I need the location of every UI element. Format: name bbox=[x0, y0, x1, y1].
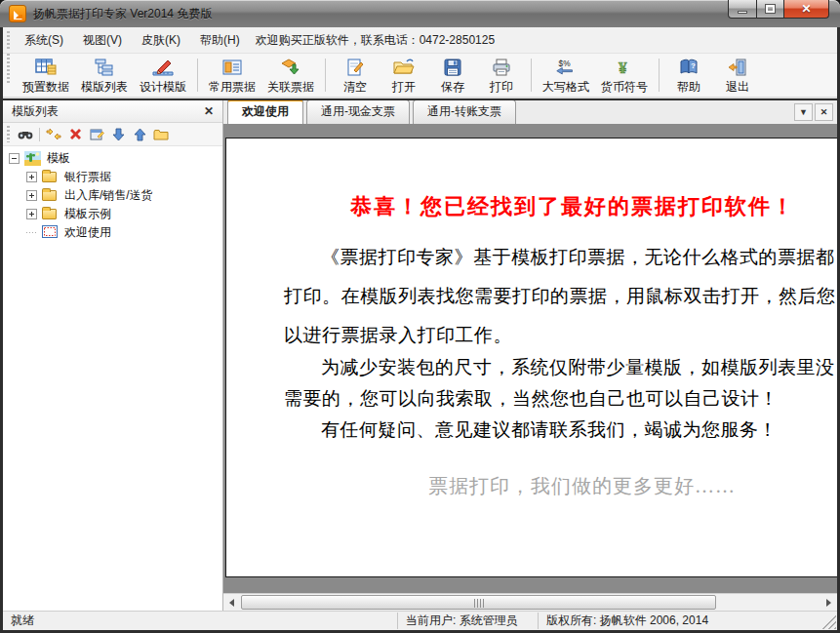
menu-system[interactable]: 系统(S) bbox=[15, 28, 73, 53]
minimize-button[interactable] bbox=[728, 0, 757, 19]
menu-help[interactable]: 帮助(H) bbox=[190, 28, 250, 53]
svg-text:¥: ¥ bbox=[619, 59, 627, 77]
toolbar-button-label: 设计模版 bbox=[140, 79, 186, 96]
add-icon[interactable] bbox=[44, 126, 63, 143]
new-folder-icon[interactable] bbox=[151, 126, 171, 143]
help-button[interactable]: ? 帮助 bbox=[664, 54, 713, 97]
template-doc-icon bbox=[42, 225, 59, 240]
tree-connector bbox=[26, 223, 42, 242]
expand-icon[interactable] bbox=[26, 172, 37, 182]
maximize-button[interactable] bbox=[757, 0, 784, 19]
menu-skin[interactable]: 皮肤(K) bbox=[132, 28, 190, 53]
tree-root-label[interactable]: 模板 bbox=[45, 150, 72, 167]
welcome-text-line: 有任何疑问、意见建议都请联系我们，竭诚为您服务！ bbox=[321, 417, 778, 443]
promo-text: 欢迎购买正版软件，联系电话：0472-2850125 bbox=[250, 32, 495, 49]
scroll-left-icon[interactable] bbox=[223, 595, 240, 611]
move-down-icon[interactable] bbox=[108, 126, 128, 143]
menubar-grip-handle[interactable] bbox=[6, 31, 11, 49]
toolbar-button-label: 打开 bbox=[392, 79, 416, 96]
menu-view[interactable]: 视图(V) bbox=[73, 28, 132, 53]
app-logo-icon bbox=[9, 5, 26, 22]
status-current-user: 当前用户: 系统管理员 bbox=[397, 613, 538, 629]
tab-bar: 欢迎使用 通用-现金支票 通用-转账支票 ▼ ✕ bbox=[223, 100, 837, 124]
tab-close-icon[interactable]: ✕ bbox=[815, 103, 833, 121]
content-area: 欢迎使用 通用-现金支票 通用-转账支票 ▼ ✕ 恭喜！您已经找到了最好的票据打… bbox=[223, 100, 837, 611]
welcome-text-line: 以进行票据录入打印工作。 bbox=[284, 323, 512, 348]
status-ready: 就绪 bbox=[3, 613, 397, 629]
clear-button[interactable]: 清空 bbox=[331, 54, 380, 97]
status-bar: 就绪 当前用户: 系统管理员 版权所有: 扬帆软件 2006, 2014 bbox=[3, 611, 837, 630]
toolbar-separator bbox=[325, 59, 326, 92]
welcome-page: 恭喜！您已经找到了最好的票据打印软件！ 《票据打印专家》基于模板打印票据，无论什… bbox=[225, 138, 837, 577]
linked-bills-button[interactable]: 关联票据 bbox=[261, 54, 320, 97]
document-workspace: 恭喜！您已经找到了最好的票据打印软件！ 《票据打印专家》基于模板打印票据，无论什… bbox=[223, 124, 837, 593]
main-toolbar: 预置数据 模版列表 bbox=[3, 54, 837, 99]
title-bar: 扬帆票据打印专家 Ver2014 免费版 ✕ bbox=[0, 0, 840, 27]
welcome-text-line: 为减少安装包的尺寸，系统仅附带少量模版，如模版列表里没 bbox=[321, 355, 835, 380]
linked-bills-icon bbox=[279, 57, 302, 78]
properties-icon[interactable] bbox=[87, 126, 106, 143]
print-icon bbox=[490, 57, 513, 78]
welcome-tagline: 票据打印，我们做的更多更好…… bbox=[428, 473, 736, 499]
open-button[interactable]: 打开 bbox=[380, 54, 428, 97]
tree-item-warehouse-sales[interactable]: 出入库/销售/送货 bbox=[9, 186, 222, 205]
tab-cash-check[interactable]: 通用-现金支票 bbox=[306, 100, 410, 124]
template-list-button[interactable]: 模版列表 bbox=[75, 54, 134, 97]
panel-toolbar-separator bbox=[39, 128, 40, 141]
close-icon: ✕ bbox=[801, 2, 811, 16]
close-button[interactable]: ✕ bbox=[784, 0, 829, 19]
toolbar-button-label: 帮助 bbox=[677, 79, 700, 96]
tree-item-bank-bills[interactable]: 银行票据 bbox=[9, 168, 222, 186]
toolbar-grip-handle[interactable] bbox=[6, 54, 11, 84]
design-template-button[interactable]: 设计模版 bbox=[134, 54, 192, 97]
exit-icon bbox=[726, 57, 749, 78]
design-template-icon bbox=[151, 57, 175, 78]
preset-data-button[interactable]: 预置数据 bbox=[17, 54, 75, 97]
toolbar-button-label: 清空 bbox=[343, 79, 367, 96]
folder-icon bbox=[42, 207, 59, 221]
panel-toolbar bbox=[3, 123, 222, 146]
collapse-icon[interactable] bbox=[9, 153, 20, 164]
resize-grip-handle[interactable] bbox=[822, 615, 836, 629]
scroll-right-icon[interactable] bbox=[820, 595, 837, 611]
delete-icon[interactable] bbox=[65, 126, 85, 143]
tree-item-template-samples[interactable]: 模板示例 bbox=[9, 205, 222, 223]
panel-close-icon[interactable]: ✕ bbox=[201, 104, 217, 118]
tree-root-row[interactable]: 模板 bbox=[9, 149, 222, 168]
save-icon bbox=[441, 57, 464, 78]
currency-symbol-button[interactable]: ¥ 货币符号 bbox=[595, 54, 654, 97]
preset-data-icon bbox=[34, 57, 58, 78]
print-button[interactable]: 打印 bbox=[477, 54, 526, 97]
panel-title: 模版列表 bbox=[12, 103, 201, 120]
toolbar-separator bbox=[531, 59, 532, 92]
tab-transfer-check[interactable]: 通用-转账支票 bbox=[413, 100, 516, 124]
panel-toolbar-grip-handle[interactable] bbox=[6, 126, 11, 141]
toolbar-separator bbox=[659, 59, 660, 92]
welcome-heading: 恭喜！您已经找到了最好的票据打印软件！ bbox=[350, 192, 795, 221]
uppercase-format-button[interactable]: $% 大写格式 bbox=[537, 54, 595, 97]
save-button[interactable]: 保存 bbox=[428, 54, 477, 97]
find-icon[interactable] bbox=[16, 126, 35, 143]
open-icon bbox=[392, 57, 416, 78]
template-tree: 模板 银行票据 出入库/销售/送货 bbox=[3, 146, 222, 611]
toolbar-button-label: 关联票据 bbox=[267, 79, 314, 96]
horizontal-scrollbar[interactable] bbox=[223, 593, 837, 611]
tab-welcome[interactable]: 欢迎使用 bbox=[227, 100, 303, 124]
exit-button[interactable]: 退出 bbox=[713, 54, 762, 97]
uppercase-format-icon: $% bbox=[554, 57, 578, 78]
expand-icon[interactable] bbox=[26, 190, 37, 201]
tree-item-welcome[interactable]: 欢迎使用 bbox=[9, 223, 222, 242]
toolbar-button-label: 退出 bbox=[726, 79, 749, 96]
scrollbar-thumb[interactable] bbox=[241, 595, 716, 610]
tab-list-dropdown-icon[interactable]: ▼ bbox=[794, 103, 813, 121]
toolbar-button-label: 货币符号 bbox=[601, 79, 648, 96]
folder-icon bbox=[42, 170, 59, 184]
expand-icon[interactable] bbox=[26, 209, 37, 219]
toolbar-button-label: 保存 bbox=[441, 79, 464, 96]
template-list-panel: 模版列表 ✕ bbox=[3, 100, 223, 611]
move-up-icon[interactable] bbox=[130, 126, 149, 143]
toolbar-button-label: 预置数据 bbox=[22, 79, 69, 96]
common-bills-button[interactable]: 常用票据 bbox=[203, 54, 261, 97]
toolbar-button-label: 模版列表 bbox=[81, 79, 128, 96]
welcome-text-line: 《票据打印专家》基于模板打印票据，无论什么格式的票据都 bbox=[321, 245, 835, 270]
